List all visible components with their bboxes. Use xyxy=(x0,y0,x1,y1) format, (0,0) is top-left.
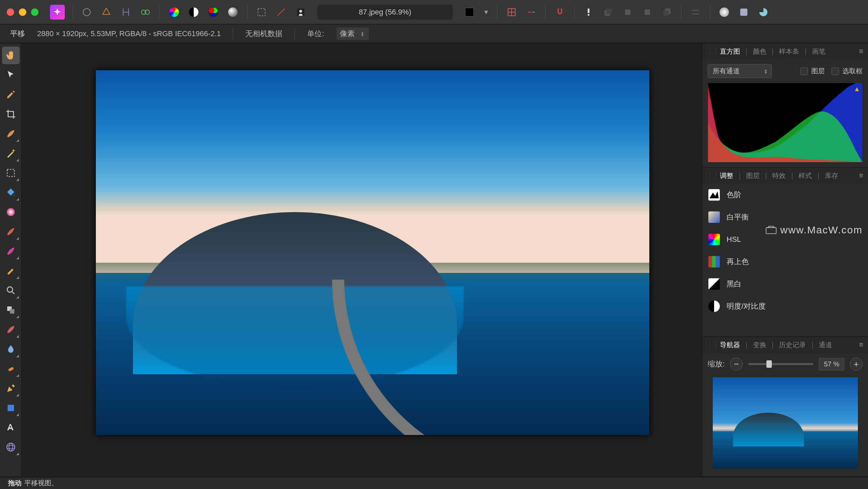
document-title[interactable]: 87.jpeg (56.9%) xyxy=(318,5,453,20)
tab-color[interactable]: 颜色 xyxy=(749,45,770,58)
persona-liquify-icon[interactable] xyxy=(100,5,113,19)
tab-styles[interactable]: 样式 xyxy=(794,169,816,182)
tool-paint-brush[interactable] xyxy=(2,223,20,240)
foreground-color-icon[interactable] xyxy=(463,5,476,19)
checkbox-selection[interactable]: 选取框 xyxy=(832,67,863,76)
svg-rect-10 xyxy=(606,8,612,14)
window-controls xyxy=(7,8,38,16)
units-label: 单位: xyxy=(307,29,324,39)
tab-adjustments[interactable]: 调整 xyxy=(716,169,737,182)
status-bar: 拖动 平移视图。 xyxy=(0,477,868,489)
tool-select-brush[interactable] xyxy=(2,125,20,143)
tool-fill[interactable] xyxy=(2,184,20,201)
sphere-icon[interactable] xyxy=(226,5,240,19)
tool-mesh[interactable] xyxy=(2,438,20,456)
tab-swatches[interactable]: 样本条 xyxy=(775,45,803,58)
adjustment-black-white[interactable]: 黑白 xyxy=(702,273,868,295)
snapping-icon[interactable] xyxy=(553,5,567,19)
svg-rect-22 xyxy=(7,405,14,411)
navigator-thumbnail[interactable] xyxy=(713,377,858,468)
close-window-button[interactable] xyxy=(7,8,14,16)
adjustments-panel: ⋮⋮ 调整| 图层| 特效| 样式| 库存 ≡ 色阶白平衡HSL再上色黑白明度/… xyxy=(702,168,868,337)
tool-pixel-brush[interactable] xyxy=(2,242,20,260)
dropdown-arrow-icon[interactable]: ▾ xyxy=(482,5,490,19)
panel-menu-icon[interactable]: ≡ xyxy=(859,340,863,349)
arrange-front-icon[interactable] xyxy=(660,5,674,19)
tool-magic-wand[interactable] xyxy=(2,145,20,162)
tab-channels[interactable]: 通道 xyxy=(815,338,836,352)
adjustment-levels[interactable]: 色阶 xyxy=(702,184,868,206)
alignment-icon[interactable] xyxy=(524,5,538,19)
units-dropdown[interactable]: 像素 ▴▾ xyxy=(336,27,369,40)
align-distribute-icon[interactable] xyxy=(689,5,702,19)
zoom-out-button[interactable]: − xyxy=(730,358,743,370)
tab-history[interactable]: 历史记录 xyxy=(775,338,810,352)
svg-point-24 xyxy=(7,445,15,449)
zoom-slider[interactable] xyxy=(748,363,813,365)
top-toolbar: ✦ 87.jpeg (56.9%) ▾ xyxy=(0,0,868,24)
persona-develop-icon[interactable] xyxy=(119,5,133,19)
tool-crop[interactable] xyxy=(2,105,20,123)
tool-clone[interactable] xyxy=(2,301,20,319)
canvas[interactable] xyxy=(22,43,702,477)
adjustment-brightness-contrast[interactable]: 明度/对比度 xyxy=(702,295,868,317)
tool-marquee[interactable] xyxy=(2,164,20,182)
panel-menu-icon[interactable]: ≡ xyxy=(859,171,863,180)
tool-color-replace[interactable] xyxy=(2,262,20,280)
tool-gradient[interactable] xyxy=(2,203,20,221)
tool-heal[interactable] xyxy=(2,321,20,338)
lens-blur-icon[interactable] xyxy=(717,5,731,19)
drag-grip-icon[interactable]: ⋮⋮ xyxy=(707,341,712,349)
tool-shape[interactable] xyxy=(2,399,20,417)
drag-grip-icon[interactable]: ⋮⋮ xyxy=(707,172,712,179)
panel-menu-icon[interactable]: ≡ xyxy=(859,47,863,56)
tool-text[interactable] xyxy=(2,419,20,436)
tools-panel xyxy=(0,43,22,477)
tool-pen[interactable] xyxy=(2,380,20,397)
checkbox-layers[interactable]: 图层 xyxy=(801,67,825,76)
tool-eyedropper[interactable] xyxy=(2,86,20,103)
mask-icon[interactable] xyxy=(737,5,751,19)
tab-layers[interactable]: 图层 xyxy=(742,169,764,182)
diagonal-icon[interactable] xyxy=(274,5,288,19)
tab-stock[interactable]: 库存 xyxy=(821,169,842,182)
tab-transform[interactable]: 变换 xyxy=(749,338,770,352)
tab-brushes[interactable]: 画笔 xyxy=(808,45,830,58)
grid-toggle-icon[interactable] xyxy=(505,5,518,19)
persona-photo-icon[interactable] xyxy=(80,5,93,19)
arrange-backward-icon[interactable] xyxy=(621,5,634,19)
tool-blur[interactable] xyxy=(2,340,20,358)
quick-mask-icon[interactable] xyxy=(294,5,307,19)
svg-rect-20 xyxy=(10,309,14,313)
adjustment-hsl[interactable]: HSL xyxy=(702,228,868,251)
zoom-in-button[interactable]: + xyxy=(850,358,863,370)
contrast-icon[interactable] xyxy=(187,5,200,19)
adjustment-recolor[interactable]: 再上色 xyxy=(702,251,868,273)
maximize-window-button[interactable] xyxy=(31,8,38,16)
svg-point-5 xyxy=(299,10,302,12)
tool-patch[interactable] xyxy=(2,360,20,378)
selection-dashed-icon[interactable] xyxy=(255,5,268,19)
tool-hand[interactable] xyxy=(2,47,20,64)
drag-grip-icon[interactable]: ⋮⋮ xyxy=(707,48,712,55)
app-logo-icon: ✦ xyxy=(50,5,65,20)
zoom-value-field[interactable]: 57 % xyxy=(819,358,844,370)
color-wheel-icon[interactable] xyxy=(167,5,181,19)
svg-rect-3 xyxy=(258,8,265,16)
document-view[interactable] xyxy=(96,70,649,435)
assistant-icon[interactable] xyxy=(582,5,595,19)
tab-histogram[interactable]: 直方图 xyxy=(716,45,744,58)
adjustment-white-balance[interactable]: 白平衡 xyxy=(702,206,868,228)
pie-icon[interactable] xyxy=(757,5,770,19)
arrange-back-icon[interactable] xyxy=(601,5,615,19)
rgb-icon[interactable] xyxy=(207,5,220,19)
tool-pointer[interactable] xyxy=(2,66,20,84)
arrange-forward-icon[interactable] xyxy=(641,5,654,19)
zoom-slider-knob[interactable] xyxy=(766,360,772,368)
tab-navigator[interactable]: 导航器 xyxy=(716,338,744,352)
channel-dropdown[interactable]: 所有通道 ▴▾ xyxy=(708,64,772,78)
minimize-window-button[interactable] xyxy=(19,8,26,16)
persona-tone-icon[interactable] xyxy=(139,5,152,19)
tab-effects[interactable]: 特效 xyxy=(768,169,790,182)
tool-zoom[interactable] xyxy=(2,282,20,299)
